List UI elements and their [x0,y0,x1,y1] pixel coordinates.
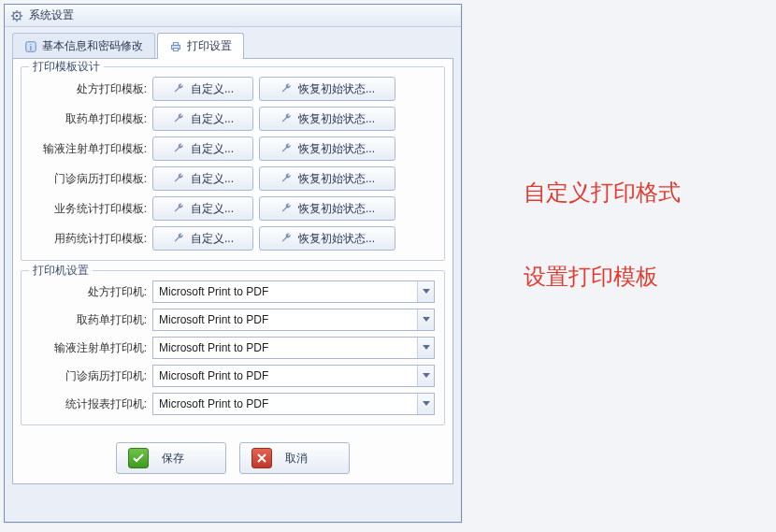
row-label: 业务统计打印模板: [31,201,152,217]
wrench-icon [280,112,293,125]
restore-label: 恢复初始状态... [298,81,375,97]
customize-button[interactable]: 自定义... [152,196,253,221]
customize-button[interactable]: 自定义... [152,226,253,251]
customize-label: 自定义... [191,111,234,127]
cancel-label: 取消 [285,451,308,467]
annotation-custom-format: 自定义打印格式 [524,178,681,208]
restore-label: 恢复初始状态... [298,231,375,247]
wrench-icon [280,202,293,215]
template-group-title: 打印模板设计 [29,59,104,75]
svg-rect-14 [173,48,178,50]
combo-value: Microsoft Print to PDF [153,309,417,330]
tab-strip: i 基本信息和密码修改 打印设置 [5,27,461,59]
printer-row: 输液注射单打印机: Microsoft Print to PDF [31,337,435,359]
titlebar: 系统设置 [5,5,461,27]
printer-row: 取药单打印机: Microsoft Print to PDF [31,309,435,331]
cancel-button[interactable]: 取消 [239,442,350,474]
customize-label: 自定义... [191,81,234,97]
restore-button[interactable]: 恢复初始状态... [259,77,395,101]
save-label: 保存 [162,451,184,467]
wrench-icon [280,142,293,155]
chevron-down-icon[interactable] [417,281,434,302]
customize-label: 自定义... [191,141,234,157]
chevron-down-icon[interactable] [417,309,434,330]
svg-line-7 [20,19,21,20]
chevron-down-icon[interactable] [417,366,434,386]
customize-label: 自定义... [191,201,234,217]
save-button[interactable]: 保存 [116,442,226,474]
wrench-icon [172,142,185,155]
printer-combo[interactable]: Microsoft Print to PDF [152,393,435,415]
row-label: 用药统计打印模板: [31,231,152,247]
customize-button[interactable]: 自定义... [152,166,253,191]
restore-label: 恢复初始状态... [298,171,375,187]
printer-combo[interactable]: Microsoft Print to PDF [152,365,435,387]
annotation-set-template: 设置打印模板 [524,262,658,292]
info-icon: i [24,40,37,53]
customize-label: 自定义... [191,171,234,187]
svg-rect-13 [173,42,178,45]
printer-combo[interactable]: Microsoft Print to PDF [152,280,435,303]
tab-basic-label: 基本信息和密码修改 [42,38,143,54]
combo-value: Microsoft Print to PDF [153,338,417,358]
window-title: 系统设置 [29,7,74,23]
template-row: 业务统计打印模板: 自定义... 恢复初始状态... [31,196,435,221]
wrench-icon [172,202,185,215]
svg-point-1 [16,14,19,17]
printer-settings-group: 打印机设置 处方打印机: Microsoft Print to PDF 取药单打… [21,270,445,425]
template-row: 输液注射单打印模板: 自定义... 恢复初始状态... [31,137,435,161]
template-row: 取药单打印模板: 自定义... 恢复初始状态... [31,107,435,131]
template-row: 用药统计打印模板: 自定义... 恢复初始状态... [31,226,435,251]
svg-line-6 [13,11,14,12]
printer-row: 统计报表打印机: Microsoft Print to PDF [31,393,435,415]
printer-combo[interactable]: Microsoft Print to PDF [152,309,435,331]
printer-row: 处方打印机: Microsoft Print to PDF [31,280,435,303]
row-label: 取药单打印模板: [31,111,152,127]
combo-value: Microsoft Print to PDF [153,394,417,414]
wrench-icon [172,172,185,185]
restore-label: 恢复初始状态... [298,141,375,157]
chevron-down-icon[interactable] [417,338,434,358]
customize-button[interactable]: 自定义... [152,137,253,161]
restore-label: 恢复初始状态... [298,201,375,217]
row-label: 取药单打印机: [31,312,152,328]
wrench-icon [280,82,293,95]
restore-button[interactable]: 恢复初始状态... [259,166,395,191]
wrench-icon [172,112,185,125]
svg-line-8 [13,19,14,20]
row-label: 输液注射单打印模板: [31,141,152,157]
template-row: 处方打印模板: 自定义... 恢复初始状态... [31,77,435,101]
settings-window: 系统设置 i 基本信息和密码修改 打印设置 打印模板设计 处方打印模板: 自定义… [4,4,462,523]
customize-button[interactable]: 自定义... [152,107,253,131]
gear-icon [10,9,23,22]
wrench-icon [280,172,293,185]
row-label: 处方打印机: [31,284,152,300]
row-label: 处方打印模板: [31,81,152,97]
check-icon [128,448,149,468]
svg-text:i: i [30,42,32,51]
dialog-footer: 保存 取消 [21,435,445,476]
tab-print-settings[interactable]: 打印设置 [157,33,244,59]
restore-button[interactable]: 恢复初始状态... [259,226,395,251]
template-row: 门诊病历打印模板: 自定义... 恢复初始状态... [31,166,435,191]
svg-line-9 [20,11,21,12]
wrench-icon [172,232,185,245]
row-label: 输液注射单打印机: [31,340,152,356]
wrench-icon [280,232,293,245]
tab-basic-info[interactable]: i 基本信息和密码修改 [12,33,155,59]
printer-icon [169,40,182,53]
wrench-icon [172,82,185,95]
restore-button[interactable]: 恢复初始状态... [259,107,395,131]
chevron-down-icon[interactable] [417,394,434,414]
tab-print-label: 打印设置 [187,38,232,54]
row-label: 门诊病历打印模板: [31,171,152,187]
row-label: 统计报表打印机: [31,396,152,412]
restore-button[interactable]: 恢复初始状态... [259,196,395,221]
combo-value: Microsoft Print to PDF [153,281,417,302]
printer-combo[interactable]: Microsoft Print to PDF [152,337,435,359]
customize-button[interactable]: 自定义... [152,77,253,101]
close-icon [251,448,272,468]
restore-button[interactable]: 恢复初始状态... [259,137,395,161]
printer-group-title: 打印机设置 [29,263,93,279]
tab-panel: 打印模板设计 处方打印模板: 自定义... 恢复初始状态... 取药单打印模板:… [12,58,453,484]
